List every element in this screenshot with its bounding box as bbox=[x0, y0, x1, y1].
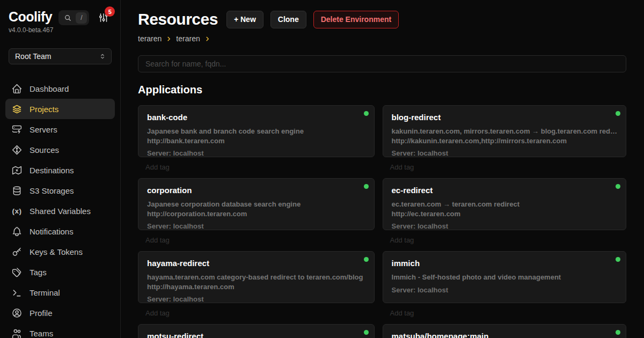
sidebar-item-label: S3 Storages bbox=[30, 186, 74, 195]
global-search-button[interactable]: / bbox=[58, 10, 89, 25]
home-icon bbox=[11, 83, 23, 94]
users-icon bbox=[11, 328, 23, 338]
team-selector[interactable]: Root Team bbox=[9, 48, 112, 64]
application-card-blog-redirect[interactable]: blog-redirect kakunin.teraren.com, mirro… bbox=[383, 105, 626, 157]
application-card-bank-code[interactable]: bank-code Japanese bank and branch code … bbox=[138, 105, 375, 157]
application-card-matsuba-homepage[interactable]: matsuba/homepage:main bbox=[383, 324, 626, 338]
card-fqdn: http://hayama.teraren.com bbox=[147, 282, 365, 292]
notifications-settings-button[interactable]: 5 bbox=[98, 12, 109, 24]
applications-grid: bank-code Japanese bank and branch code … bbox=[138, 105, 626, 338]
status-running-dot bbox=[364, 111, 369, 116]
card-server: Server: localhost bbox=[147, 222, 365, 230]
card-description: ec.teraren.com → teraren.com redirect bbox=[392, 200, 617, 209]
sidebar-item-label: Dashboard bbox=[30, 84, 69, 93]
card-description: hayama.teraren.com category-based redire… bbox=[147, 273, 365, 282]
card-server: Server: localhost bbox=[147, 149, 365, 157]
application-cell: hayama-redirect hayama.teraren.com categ… bbox=[138, 251, 375, 324]
application-card-immich[interactable]: immich Immich - Self-hosted photo and vi… bbox=[383, 251, 626, 303]
tag-icon bbox=[11, 267, 23, 278]
card-fqdn: http://ec.teraren.com bbox=[392, 209, 617, 219]
card-title: immich bbox=[392, 259, 617, 268]
sidebar-item-servers[interactable]: Servers bbox=[5, 119, 115, 139]
new-button[interactable]: + New bbox=[226, 11, 264, 28]
page-header: Resources + New Clone Delete Environment bbox=[138, 10, 626, 28]
status-running-dot bbox=[616, 184, 620, 189]
sidebar-item-keys-tokens[interactable]: Keys & Tokens bbox=[5, 241, 115, 262]
search-icon bbox=[64, 14, 72, 22]
add-tag-button[interactable]: Add tag bbox=[383, 303, 626, 324]
card-server: Server: localhost bbox=[392, 222, 617, 230]
sidebar-item-label: Teams bbox=[30, 329, 53, 338]
key-icon bbox=[11, 246, 23, 258]
application-card-ec-redirect[interactable]: ec-redirect ec.teraren.com → teraren.com… bbox=[383, 178, 626, 230]
resource-search-input[interactable] bbox=[138, 55, 626, 72]
application-card-motsu-redirect[interactable]: motsu-redirect bbox=[138, 324, 375, 338]
card-fqdn: http://kakunin.teraren.com,http://mirror… bbox=[392, 136, 617, 146]
delete-environment-button[interactable]: Delete Environment bbox=[313, 11, 399, 28]
page-title: Resources bbox=[138, 10, 218, 28]
card-title: blog-redirect bbox=[392, 113, 617, 122]
status-running-dot bbox=[616, 330, 620, 335]
add-tag-button[interactable]: Add tag bbox=[383, 230, 626, 251]
app-logo[interactable]: Coolify bbox=[9, 9, 53, 25]
card-server: Server: localhost bbox=[392, 286, 617, 294]
sidebar-item-notifications[interactable]: Notifications bbox=[5, 221, 115, 241]
status-running-dot bbox=[364, 184, 369, 189]
add-tag-button[interactable]: Add tag bbox=[383, 157, 626, 178]
sidebar-item-teams[interactable]: Teams bbox=[5, 323, 115, 338]
card-fqdn: http://bank.teraren.com bbox=[147, 136, 365, 146]
card-description: Japanese corporation database search eng… bbox=[147, 200, 365, 209]
main-content: Resources + New Clone Delete Environment… bbox=[121, 0, 644, 338]
card-description: Immich - Self-hosted photo and video man… bbox=[392, 273, 617, 282]
sidebar-item-profile[interactable]: Profile bbox=[5, 303, 115, 323]
sidebar-item-projects[interactable]: Projects bbox=[5, 99, 115, 119]
server-icon bbox=[11, 124, 23, 135]
layers-icon bbox=[11, 104, 23, 115]
sidebar-item-terminal[interactable]: Terminal bbox=[5, 282, 115, 303]
application-cell: bank-code Japanese bank and branch code … bbox=[138, 105, 375, 178]
status-running-dot bbox=[616, 257, 620, 262]
application-cell: ec-redirect ec.teraren.com → teraren.com… bbox=[383, 178, 626, 251]
sidebar-item-tags[interactable]: Tags bbox=[5, 262, 115, 282]
application-cell: blog-redirect kakunin.teraren.com, mirro… bbox=[383, 105, 626, 178]
add-tag-button[interactable]: Add tag bbox=[138, 157, 375, 178]
sidebar-item-destinations[interactable]: Destinations bbox=[5, 160, 115, 180]
map-icon bbox=[11, 165, 23, 176]
application-cell: matsuba/homepage:main bbox=[383, 324, 626, 338]
notification-count-badge: 5 bbox=[105, 6, 115, 17]
application-cell: corporation Japanese corporation databas… bbox=[138, 178, 375, 251]
application-card-hayama-redirect[interactable]: hayama-redirect hayama.teraren.com categ… bbox=[138, 251, 375, 303]
sidebar: Coolify v4.0.0-beta.467 / 5 Root Team Da… bbox=[0, 0, 121, 338]
sidebar-item-s3-storages[interactable]: S3 Storages bbox=[5, 180, 115, 201]
sidebar-item-dashboard[interactable]: Dashboard bbox=[5, 78, 115, 99]
sidebar-nav: Dashboard Projects Servers Sources Desti… bbox=[0, 78, 120, 338]
sidebar-item-label: Shared Variables bbox=[30, 207, 91, 216]
terminal-icon bbox=[11, 287, 23, 298]
sidebar-item-label: Servers bbox=[30, 125, 57, 134]
bell-icon bbox=[11, 226, 23, 237]
card-title: hayama-redirect bbox=[147, 259, 365, 268]
sidebar-item-label: Notifications bbox=[30, 227, 74, 236]
breadcrumb-project[interactable]: teraren bbox=[138, 34, 162, 43]
sidebar-item-label: Profile bbox=[30, 308, 53, 318]
card-title: motsu-redirect bbox=[147, 332, 365, 338]
card-title: bank-code bbox=[147, 113, 365, 122]
application-card-corporation[interactable]: corporation Japanese corporation databas… bbox=[138, 178, 375, 230]
card-title: corporation bbox=[147, 186, 365, 195]
chevron-updown-icon bbox=[99, 53, 106, 60]
card-server: Server: localhost bbox=[392, 149, 617, 157]
add-tag-button[interactable]: Add tag bbox=[138, 303, 375, 324]
breadcrumb: teraren teraren bbox=[138, 34, 626, 43]
application-cell: immich Immich - Self-hosted photo and vi… bbox=[383, 251, 626, 324]
app-version: v4.0.0-beta.467 bbox=[9, 26, 53, 34]
status-running-dot bbox=[364, 257, 369, 262]
sidebar-item-label: Projects bbox=[30, 105, 58, 114]
sidebar-header: Coolify v4.0.0-beta.467 / 5 bbox=[0, 0, 120, 34]
application-cell: motsu-redirect bbox=[138, 324, 375, 338]
add-tag-button[interactable]: Add tag bbox=[138, 230, 375, 251]
sidebar-item-sources[interactable]: Sources bbox=[5, 139, 115, 160]
clone-button[interactable]: Clone bbox=[270, 11, 306, 28]
sidebar-item-shared-variables[interactable]: (x) Shared Variables bbox=[5, 201, 115, 221]
breadcrumb-environment[interactable]: teraren bbox=[176, 34, 200, 43]
status-running-dot bbox=[616, 111, 620, 116]
